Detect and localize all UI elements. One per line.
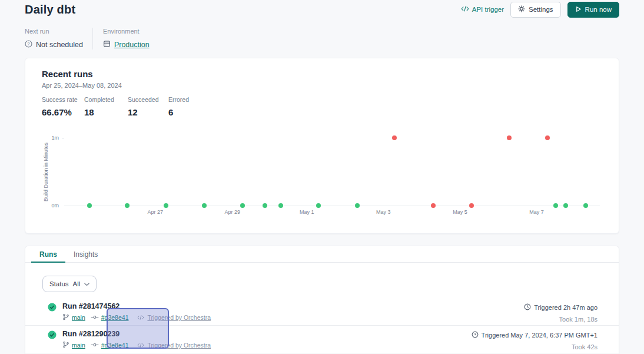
status-filter-label: Status — [49, 280, 69, 287]
y-axis-tick: 0m — [51, 203, 59, 209]
run-dot-error[interactable] — [431, 203, 436, 208]
run-row-right: Triggered May 7, 2024, 6:37 PM GMT+1 Too… — [472, 330, 597, 353]
highlight-overlay — [107, 308, 169, 349]
run-dot-success[interactable] — [553, 203, 558, 208]
run-dot-error[interactable] — [545, 135, 550, 140]
api-trigger-link[interactable]: API trigger — [461, 6, 504, 13]
run-dot-error[interactable] — [507, 135, 512, 140]
run-dot-success[interactable] — [355, 203, 360, 208]
success-check-icon — [48, 303, 57, 325]
tab-bar: Runs Insights — [25, 246, 619, 263]
git-branch-icon — [62, 341, 69, 349]
triggered-text: Triggered 2h 47m ago — [534, 304, 597, 311]
tab-runs[interactable]: Runs — [31, 246, 65, 263]
play-icon — [575, 6, 582, 14]
x-axis-tick: May 3 — [376, 209, 391, 215]
branch-name: main — [72, 314, 85, 321]
environment-label: Environment — [103, 28, 151, 35]
top-bar: Daily dbt API trigger Settings Run now — [25, 1, 619, 18]
git-commit-icon — [91, 342, 99, 349]
api-trigger-label: API trigger — [472, 6, 504, 13]
run-dot-success[interactable] — [583, 203, 588, 208]
run-dot-success[interactable] — [164, 203, 168, 208]
run-dot-success[interactable] — [240, 203, 245, 208]
environment-block: Environment Production — [103, 28, 151, 49]
header-actions: API trigger Settings Run now — [461, 2, 619, 18]
branch-name: main — [72, 342, 85, 349]
tab-insights[interactable]: Insights — [65, 246, 106, 263]
run-dot-success[interactable] — [278, 203, 283, 208]
next-run-label: Next run — [25, 28, 83, 35]
x-axis-tick: May 5 — [453, 209, 467, 215]
status-filter-value: All — [73, 280, 81, 287]
recent-runs-card: Recent runs Apr 25, 2024–May 08, 2024 Su… — [25, 58, 619, 234]
run-dot-success[interactable] — [125, 203, 130, 208]
git-branch-icon — [62, 313, 69, 322]
chart-plot: 1m 0m Apr 27Apr 29May 1May 3May 5May 7 — [64, 138, 600, 206]
question-circle-icon: ? — [25, 40, 32, 49]
status-filter-dropdown[interactable]: Status All — [42, 276, 97, 292]
x-axis-tick: Apr 29 — [224, 209, 240, 215]
duration-chart: Build Duration in Minutes 1m 0m Apr 27Ap… — [25, 58, 619, 233]
y-axis-label: Build Duration in Minutes — [43, 143, 49, 201]
success-check-icon — [48, 330, 57, 353]
run-dot-success[interactable] — [316, 203, 321, 208]
environment-link[interactable]: Production — [114, 41, 150, 49]
x-axis-tick: Apr 27 — [147, 209, 163, 215]
settings-label: Settings — [529, 6, 553, 13]
svg-text:?: ? — [27, 41, 30, 47]
clock-icon — [472, 331, 479, 339]
vertical-divider — [92, 28, 93, 49]
chevron-down-icon — [84, 280, 89, 287]
clock-icon — [524, 303, 531, 312]
run-now-label: Run now — [585, 6, 612, 13]
run-triggered-time: Triggered May 7, 2024, 6:37 PM GMT+1 — [472, 331, 597, 339]
branch-link[interactable]: main — [62, 313, 85, 322]
page: Daily dbt API trigger Settings Run now — [0, 0, 644, 354]
run-dot-error[interactable] — [469, 203, 474, 208]
environment-value-row: Production — [103, 40, 151, 49]
x-axis-tick: May 7 — [529, 209, 544, 215]
run-dot-error[interactable] — [392, 135, 397, 140]
next-run-block: Next run ? Not scheduled — [25, 28, 83, 49]
next-run-value-row: ? Not scheduled — [25, 40, 83, 49]
run-dot-success[interactable] — [563, 203, 568, 208]
code-icon — [461, 6, 469, 13]
settings-button[interactable]: Settings — [510, 2, 561, 18]
run-dot-success[interactable] — [87, 203, 92, 208]
run-triggered-time: Triggered 2h 47m ago — [524, 303, 597, 312]
git-commit-icon — [91, 314, 99, 321]
run-duration: Took 1m, 18s — [524, 316, 597, 323]
job-meta: Next run ? Not scheduled Environment Pro… — [25, 28, 151, 49]
y-axis-tick: 1m — [51, 135, 59, 141]
next-run-value: Not scheduled — [36, 41, 83, 49]
run-dot-success[interactable] — [202, 203, 207, 208]
run-dot-success[interactable] — [263, 203, 267, 208]
x-axis-tick: May 1 — [300, 209, 314, 215]
branch-link[interactable]: main — [62, 341, 85, 349]
page-title: Daily dbt — [25, 3, 75, 16]
triggered-text: Triggered May 7, 2024, 6:37 PM GMT+1 — [482, 332, 597, 339]
gear-icon — [518, 5, 525, 14]
run-duration: Took 42s — [472, 343, 597, 350]
run-row-right: Triggered 2h 47m ago Took 1m, 18s — [524, 302, 597, 325]
run-now-button[interactable]: Run now — [567, 2, 619, 18]
environment-icon — [103, 40, 111, 49]
